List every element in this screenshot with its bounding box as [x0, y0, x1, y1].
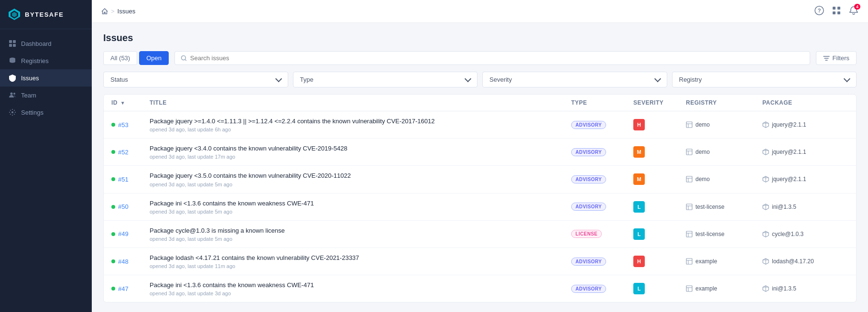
severity-badge: H	[633, 119, 645, 130]
col-package: Package	[762, 99, 848, 106]
package-name: ini@1.3.5	[772, 285, 796, 292]
sidebar-item-dashboard[interactable]: Dashboard	[0, 35, 92, 52]
apps-icon[interactable]	[832, 6, 841, 17]
sidebar-item-issues[interactable]: Issues	[0, 69, 92, 86]
type-badge: ADVISORY	[571, 285, 606, 293]
row-title: Package ini <1.3.6 contains the known we…	[150, 281, 571, 290]
row-subtitle: opened 3d ago, last update 3d ago	[150, 290, 571, 296]
svg-rect-54	[686, 286, 692, 291]
notifications-icon[interactable]: 4	[849, 6, 858, 17]
filters-button[interactable]: Filters	[816, 51, 857, 65]
search-input[interactable]	[190, 54, 804, 62]
row-id: #51	[111, 176, 150, 183]
status-dot	[111, 259, 115, 263]
row-title-cell: Package ini <1.3.6 contains the known we…	[150, 199, 571, 215]
filter-type[interactable]: Type	[293, 72, 478, 87]
registry-icon	[686, 149, 693, 155]
sidebar-item-settings[interactable]: Settings	[0, 104, 92, 121]
svg-rect-24	[686, 149, 692, 155]
issues-table: Id ▼ Title Type Severity Registry Packag…	[103, 94, 857, 302]
type-badge: ADVISORY	[571, 175, 606, 183]
package-icon	[762, 285, 769, 292]
registry-name: test-license	[695, 231, 725, 237]
col-type: Type	[571, 99, 633, 106]
row-package: jquery@2.1.1	[762, 121, 848, 128]
registry-icon	[686, 258, 693, 265]
row-type: ADVISORY	[571, 258, 633, 266]
registry-icon	[686, 121, 693, 128]
sidebar-item-issues-label: Issues	[21, 75, 39, 82]
registry-icon	[686, 176, 693, 183]
severity-badge: L	[633, 228, 645, 240]
registry-icon	[686, 204, 693, 210]
filters-label: Filters	[833, 54, 849, 62]
app-name: BYTESAFE	[25, 11, 64, 18]
svg-rect-36	[686, 204, 692, 210]
svg-point-9	[13, 93, 15, 95]
table-row[interactable]: #49 Package cycle@1.0.3 is missing a kno…	[104, 221, 856, 248]
package-name: jquery@2.1.1	[772, 121, 806, 128]
table-row[interactable]: #52 Package jquery <3.4.0 contains the k…	[104, 139, 856, 166]
row-subtitle: opened 3d ago, last update 6h ago	[150, 127, 571, 132]
row-registry: test-license	[686, 204, 762, 210]
status-dot	[111, 232, 115, 236]
type-badge: ADVISORY	[571, 203, 606, 211]
status-dot	[111, 205, 115, 209]
package-name: jquery@2.1.1	[772, 176, 806, 183]
type-badge: ADVISORY	[571, 258, 606, 266]
package-icon	[762, 204, 769, 210]
table-row[interactable]: #48 Package lodash <4.17.21 contains the…	[104, 248, 856, 275]
status-dot	[111, 177, 115, 181]
severity-badge: H	[633, 256, 645, 267]
main-content: > Issues ? 4	[92, 0, 868, 312]
package-icon	[762, 176, 769, 183]
breadcrumb: > Issues	[101, 8, 135, 15]
row-package: jquery@2.1.1	[762, 149, 848, 155]
registry-name: example	[695, 285, 717, 292]
home-icon[interactable]	[101, 8, 108, 15]
row-registry: demo	[686, 121, 762, 128]
filter-severity[interactable]: Severity	[482, 72, 667, 87]
row-title: Package cycle@1.0.3 is missing a known l…	[150, 226, 571, 235]
row-package: ini@1.3.5	[762, 285, 848, 292]
table-row[interactable]: #51 Package jquery <3.5.0 contains the k…	[104, 166, 856, 193]
col-title: Title	[150, 99, 571, 106]
row-title: Package jquery <3.5.0 contains the known…	[150, 172, 571, 180]
svg-rect-13	[833, 7, 835, 10]
issue-number: #47	[118, 285, 129, 292]
tab-all[interactable]: All (53)	[103, 51, 137, 65]
row-title: Package jquery >=1.4.0 <=1.11.3 || >=1.1…	[150, 117, 571, 126]
filter-severity-label: Severity	[489, 76, 512, 83]
sidebar-item-settings-label: Settings	[21, 109, 43, 116]
sidebar-item-registries-label: Registries	[21, 57, 49, 65]
help-icon[interactable]: ?	[814, 6, 824, 17]
table-body: #53 Package jquery >=1.4.0 <=1.11.3 || >…	[104, 111, 856, 302]
svg-rect-15	[833, 11, 835, 14]
filter-registry[interactable]: Registry	[672, 72, 857, 87]
table-row[interactable]: #50 Package ini <1.3.6 contains the know…	[104, 194, 856, 221]
search-icon	[181, 55, 187, 62]
breadcrumb-current: Issues	[118, 8, 136, 15]
package-icon	[762, 231, 769, 237]
table-row[interactable]: #53 Package jquery >=1.4.0 <=1.11.3 || >…	[104, 111, 856, 139]
topbar-actions: ? 4	[814, 6, 858, 17]
status-dot	[111, 123, 115, 127]
package-name: ini@1.3.5	[772, 204, 796, 210]
filter-status[interactable]: Status	[103, 72, 288, 87]
chevron-down-icon	[654, 75, 661, 82]
issue-number: #53	[118, 121, 129, 129]
filter-registry-label: Registry	[679, 76, 702, 83]
filter-type-label: Type	[300, 76, 314, 83]
search-box	[174, 51, 810, 65]
row-subtitle: opened 3d ago, last update 11m ago	[150, 263, 571, 269]
sidebar-item-registries[interactable]: Registries	[0, 52, 92, 69]
table-row[interactable]: #47 Package ini <1.3.6 contains the know…	[104, 275, 856, 302]
col-id[interactable]: Id ▼	[111, 99, 150, 106]
row-title-cell: Package lodash <4.17.21 contains the kno…	[150, 254, 571, 269]
table-header: Id ▼ Title Type Severity Registry Packag…	[104, 95, 856, 111]
row-subtitle: opened 3d ago, last update 17m ago	[150, 154, 571, 160]
nav: Dashboard Registries Issues Team	[0, 29, 92, 312]
sidebar-item-team[interactable]: Team	[0, 86, 92, 104]
tab-open[interactable]: Open	[139, 51, 169, 65]
svg-rect-16	[837, 11, 840, 14]
